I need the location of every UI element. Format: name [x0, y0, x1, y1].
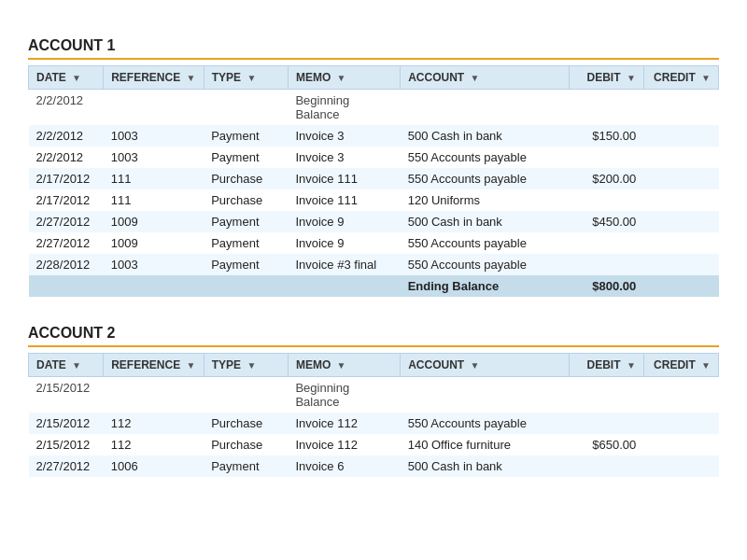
- cell-col-account: 120 Uniforms: [401, 189, 569, 211]
- cell-col-type: Purchase: [204, 434, 288, 455]
- cell-col-memo: Invoice 3: [288, 147, 400, 168]
- filter-icon[interactable]: ▼: [627, 360, 636, 371]
- cell-col-memo: Beginning Balance: [288, 377, 400, 413]
- cell-col-debit: [569, 189, 643, 211]
- filter-icon[interactable]: ▼: [247, 360, 256, 371]
- table-row: 2/15/2012112PurchaseInvoice 112140 Offic…: [29, 434, 719, 455]
- cell-col-date: 2/28/2012: [29, 254, 104, 275]
- cell-col-date: 2/27/2012: [29, 211, 104, 232]
- col-header-date[interactable]: DATE ▼: [29, 66, 104, 90]
- cell-col-credit: [643, 147, 718, 168]
- table-row: 2/17/2012111PurchaseInvoice 111120 Unifo…: [29, 189, 719, 211]
- col-header-reference[interactable]: REFERENCE ▼: [104, 354, 204, 377]
- col-header-credit[interactable]: CREDIT ▼: [643, 66, 718, 90]
- cell-col-date: 2/15/2012: [29, 377, 104, 413]
- cell-col-account: 550 Accounts payable: [401, 147, 569, 168]
- eb-memo: [288, 275, 400, 297]
- cell-col-account: 500 Cash in bank: [401, 211, 569, 232]
- col-header-reference[interactable]: REFERENCE ▼: [104, 66, 204, 90]
- cell-col-account: [401, 377, 569, 413]
- cell-col-account: 550 Accounts payable: [401, 168, 569, 189]
- col-header-memo[interactable]: MEMO ▼: [288, 354, 400, 377]
- cell-col-date: 2/2/2012: [29, 125, 104, 147]
- cell-col-type: Payment: [204, 125, 288, 147]
- col-header-type[interactable]: TYPE ▼: [204, 66, 288, 90]
- cell-col-memo: Invoice 3: [288, 125, 400, 147]
- filter-icon[interactable]: ▼: [337, 73, 346, 83]
- filter-icon[interactable]: ▼: [72, 73, 81, 83]
- col-header-type[interactable]: TYPE ▼: [204, 354, 288, 377]
- filter-icon[interactable]: ▼: [247, 73, 256, 83]
- cell-col-account: 550 Accounts payable: [401, 232, 569, 254]
- cell-col-date: 2/15/2012: [29, 413, 104, 434]
- cell-col-debit: [569, 455, 643, 477]
- cell-col-ref: 1003: [104, 125, 204, 147]
- cell-col-date: 2/17/2012: [29, 189, 104, 211]
- cell-col-date: 2/27/2012: [29, 455, 104, 477]
- col-header-memo[interactable]: MEMO ▼: [288, 66, 400, 90]
- cell-col-ref: 1009: [104, 232, 204, 254]
- cell-col-memo: Invoice #3 final: [288, 254, 400, 275]
- table-row: 2/27/20121006PaymentInvoice 6500 Cash in…: [29, 455, 719, 477]
- table-row: 2/15/2012112PurchaseInvoice 112550 Accou…: [29, 413, 719, 434]
- table-row: 2/27/20121009PaymentInvoice 9500 Cash in…: [29, 211, 719, 232]
- filter-icon[interactable]: ▼: [187, 360, 196, 371]
- cell-col-credit: [643, 232, 718, 254]
- cell-col-ref: 1009: [104, 211, 204, 232]
- cell-col-date: 2/15/2012: [29, 434, 104, 455]
- filter-icon[interactable]: ▼: [72, 360, 81, 371]
- table-row: 2/28/20121003PaymentInvoice #3 final550 …: [29, 254, 719, 275]
- cell-col-debit: $150.00: [569, 125, 643, 147]
- cell-col-credit: [643, 413, 718, 434]
- eb-ref: [104, 275, 204, 297]
- filter-icon[interactable]: ▼: [701, 360, 711, 371]
- cell-col-account: 140 Office furniture: [401, 434, 569, 455]
- cell-col-date: 2/2/2012: [29, 90, 104, 126]
- filter-icon[interactable]: ▼: [471, 360, 480, 371]
- cell-col-ref: 112: [104, 413, 204, 434]
- cell-col-ref: 112: [104, 434, 204, 455]
- cell-col-debit: [569, 90, 643, 126]
- ending-balance-row: Ending Balance$800.00: [29, 275, 719, 297]
- cell-col-ref: 111: [104, 189, 204, 211]
- cell-col-memo: Invoice 112: [288, 434, 400, 455]
- cell-col-credit: [643, 455, 718, 477]
- table-row: 2/2/2012Beginning Balance: [29, 90, 719, 126]
- filter-icon[interactable]: ▼: [337, 360, 346, 371]
- cell-col-type: [204, 90, 288, 126]
- account-section-1: ACCOUNT 1DATE ▼REFERENCE ▼TYPE ▼MEMO ▼AC…: [28, 37, 719, 297]
- col-header-debit[interactable]: DEBIT ▼: [569, 354, 643, 377]
- col-header-date[interactable]: DATE ▼: [29, 354, 104, 377]
- col-header-credit[interactable]: CREDIT ▼: [643, 354, 718, 377]
- cell-col-memo: Invoice 112: [288, 413, 400, 434]
- ending-balance-label: Ending Balance: [401, 275, 569, 297]
- cell-col-ref: [104, 377, 204, 413]
- cell-col-debit: [569, 254, 643, 275]
- cell-col-date: 2/17/2012: [29, 168, 104, 189]
- cell-col-type: Payment: [204, 254, 288, 275]
- eb-date: [29, 275, 104, 297]
- account-table-1: DATE ▼REFERENCE ▼TYPE ▼MEMO ▼ACCOUNT ▼DE…: [28, 65, 719, 297]
- col-header-debit[interactable]: DEBIT ▼: [569, 66, 643, 90]
- cell-col-date: 2/27/2012: [29, 232, 104, 254]
- account-heading-1: ACCOUNT 1: [28, 37, 719, 60]
- cell-col-debit: [569, 413, 643, 434]
- col-header-account[interactable]: ACCOUNT ▼: [401, 66, 569, 90]
- cell-col-account: 500 Cash in bank: [401, 125, 569, 147]
- account-table-2: DATE ▼REFERENCE ▼TYPE ▼MEMO ▼ACCOUNT ▼DE…: [28, 353, 719, 477]
- filter-icon[interactable]: ▼: [701, 73, 711, 83]
- cell-col-debit: [569, 232, 643, 254]
- ending-balance-credit: [643, 275, 718, 297]
- account-heading-2: ACCOUNT 2: [28, 325, 719, 347]
- cell-col-type: [204, 377, 288, 413]
- table-row: 2/2/20121003PaymentInvoice 3500 Cash in …: [29, 125, 719, 147]
- cell-col-debit: $650.00: [569, 434, 643, 455]
- filter-icon[interactable]: ▼: [187, 73, 196, 83]
- cell-col-memo: Invoice 9: [288, 211, 400, 232]
- filter-icon[interactable]: ▼: [471, 73, 480, 83]
- cell-col-account: 550 Accounts payable: [401, 413, 569, 434]
- cell-col-credit: [643, 168, 718, 189]
- filter-icon[interactable]: ▼: [627, 73, 636, 83]
- cell-col-account: [401, 90, 569, 126]
- col-header-account[interactable]: ACCOUNT ▼: [401, 354, 569, 377]
